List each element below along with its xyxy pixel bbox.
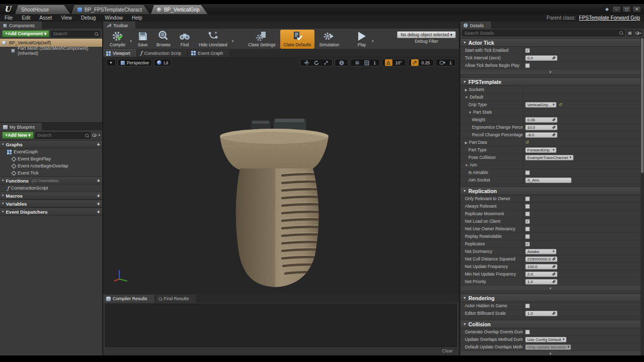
tab-bp-fpstemplatecharacter[interactable]: BP_FPSTemplateCharact bbox=[71, 5, 150, 14]
lit-button[interactable]: Lit bbox=[154, 59, 171, 66]
blueprint-item-constructionscript[interactable]: ƒConstructionScript bbox=[0, 185, 102, 192]
vertical-grip-3d-model[interactable] bbox=[209, 116, 340, 292]
spinner-icon[interactable] bbox=[552, 312, 555, 315]
checkbox[interactable]: ✓ bbox=[525, 48, 530, 53]
spinner-icon[interactable] bbox=[552, 118, 555, 121]
tab-viewport[interactable]: Viewport bbox=[103, 49, 136, 57]
spinner-icon[interactable] bbox=[552, 257, 555, 260]
blueprint-section-variables[interactable]: ▾Variables+ bbox=[0, 200, 102, 208]
grid-snap-icon[interactable] bbox=[353, 59, 361, 66]
number-field[interactable]: 1.0 bbox=[525, 311, 557, 316]
maximize-button[interactable]: ◻ bbox=[622, 6, 631, 13]
blueprint-item-eventgraph[interactable]: EventGraph bbox=[0, 148, 102, 155]
save-button[interactable]: Save bbox=[134, 30, 152, 49]
tab-construction-scrip[interactable]: ƒConstruction Scrip bbox=[137, 49, 187, 57]
toolbar-tab[interactable]: Toolbar bbox=[103, 22, 135, 29]
clear-button[interactable]: Clear bbox=[442, 348, 453, 353]
dropdown[interactable]: Use Config Default▾ bbox=[525, 337, 567, 342]
section-expander[interactable]: ▼ bbox=[460, 69, 640, 75]
reset-to-default-icon[interactable]: ↺ bbox=[558, 103, 562, 107]
surface-snap-icon[interactable] bbox=[338, 59, 345, 66]
add-component-button[interactable]: +Add Component ▾ bbox=[2, 30, 49, 37]
class-defaults-button[interactable]: Class Defaults bbox=[280, 30, 315, 49]
blueprint-item-event-actorbeginoverlap[interactable]: Event ActorBeginOverlap bbox=[0, 162, 102, 169]
close-button[interactable]: ✕ bbox=[632, 6, 641, 13]
blueprint-section-event-dispatchers[interactable]: ▾Event Dispatchers+ bbox=[0, 208, 102, 216]
checkbox[interactable] bbox=[525, 227, 530, 231]
checkbox[interactable] bbox=[525, 197, 530, 201]
group-arrow-icon[interactable]: ▼ bbox=[465, 163, 468, 167]
tab-find-results[interactable]: Find Results bbox=[155, 295, 196, 303]
menu-item-edit[interactable]: Edit bbox=[17, 14, 35, 22]
number-field[interactable]: 0.06 bbox=[525, 117, 557, 123]
blueprint-item-event-tick[interactable]: Event Tick bbox=[0, 169, 102, 176]
blueprint-section-graphs[interactable]: ▾Graphs+ bbox=[0, 140, 102, 148]
blueprint-section-functions[interactable]: ▾Functions(21 Overridable)+ bbox=[0, 176, 102, 185]
spinner-icon[interactable] bbox=[552, 265, 555, 268]
checkbox[interactable] bbox=[525, 63, 530, 68]
camera-speed-value[interactable]: 1 bbox=[448, 60, 453, 65]
spinner-icon[interactable] bbox=[552, 56, 555, 59]
scrollbar-thumb[interactable] bbox=[641, 38, 643, 173]
details-search[interactable] bbox=[462, 30, 625, 36]
details-tab[interactable]: i Details bbox=[460, 22, 491, 29]
spinner-icon[interactable] bbox=[552, 273, 555, 276]
checkbox[interactable]: ✓ bbox=[525, 242, 530, 246]
parent-class-link[interactable]: FPSTemplate Forward Grip bbox=[579, 15, 640, 21]
add-icon[interactable]: + bbox=[97, 141, 100, 147]
group-arrow-icon[interactable]: ▶ bbox=[465, 88, 467, 92]
number-field[interactable]: 10.0 bbox=[525, 125, 557, 130]
number-field[interactable]: 225000000.0 bbox=[525, 256, 557, 262]
compiler-results-content[interactable] bbox=[105, 304, 457, 347]
chevron-down-icon[interactable]: ▾ bbox=[130, 39, 132, 43]
chevron-down-icon[interactable]: ▾ bbox=[372, 39, 374, 43]
dropdown[interactable]: VerticalGrip▾ bbox=[525, 102, 556, 108]
spinner-icon[interactable] bbox=[552, 126, 555, 129]
number-field[interactable]: 2.0 bbox=[525, 272, 557, 277]
menu-item-window[interactable]: Window bbox=[100, 14, 127, 22]
camera-speed-icon[interactable] bbox=[439, 59, 446, 66]
reset-to-default-icon[interactable]: ↺ bbox=[525, 140, 529, 145]
my-blueprint-tab[interactable]: My Blueprint bbox=[0, 123, 42, 130]
section-header[interactable]: ▼Rendering bbox=[460, 294, 640, 302]
checkbox[interactable] bbox=[525, 330, 530, 334]
tab-event-graph[interactable]: Event Graph bbox=[188, 49, 229, 57]
viewport[interactable]: ▼ Perspective Lit bbox=[103, 57, 459, 294]
spinner-icon[interactable] bbox=[552, 133, 555, 136]
menu-item-asset[interactable]: Asset bbox=[35, 14, 56, 22]
browse-button[interactable]: Browse bbox=[153, 30, 174, 49]
my-blueprint-search-input[interactable] bbox=[37, 133, 84, 138]
class-settings-button[interactable]: Class Settings bbox=[245, 30, 279, 49]
scale-tool-icon[interactable] bbox=[322, 59, 330, 66]
simulation-button[interactable]: Simulation bbox=[315, 30, 343, 49]
menu-item-debug[interactable]: Debug bbox=[76, 14, 100, 22]
checkbox[interactable] bbox=[525, 304, 530, 308]
display-options-button[interactable]: ▾ bbox=[635, 30, 642, 36]
dropdown[interactable]: Only Update Movable▾ bbox=[525, 344, 571, 350]
rotate-tool-icon[interactable] bbox=[312, 59, 320, 66]
scale-snap-value[interactable]: 0.25 bbox=[421, 60, 431, 65]
section-header[interactable]: ▼Collision bbox=[460, 320, 640, 328]
blueprint-section-macros[interactable]: ▾Macros+ bbox=[0, 192, 102, 200]
group-arrow-icon[interactable]: ▼ bbox=[468, 111, 471, 114]
menu-item-file[interactable]: File bbox=[0, 14, 17, 22]
add-icon[interactable]: + bbox=[97, 177, 100, 184]
section-expander[interactable]: ▼ bbox=[460, 351, 640, 355]
checkbox[interactable] bbox=[525, 212, 530, 216]
component-row[interactable]: Part Mesh (StaticMeshComponent) (Inherit… bbox=[0, 47, 102, 55]
menu-item-view[interactable]: View bbox=[56, 14, 76, 22]
components-search-input[interactable] bbox=[53, 31, 93, 36]
checkbox[interactable] bbox=[525, 234, 530, 239]
group-arrow-icon[interactable]: ▶ bbox=[465, 141, 467, 144]
rotation-snap-icon[interactable] bbox=[385, 59, 392, 66]
details-scrollbar[interactable] bbox=[640, 37, 644, 355]
spinner-icon[interactable] bbox=[552, 280, 555, 283]
grid-size-icon[interactable] bbox=[363, 59, 370, 66]
text-field[interactable]: S_Aim bbox=[525, 177, 572, 183]
number-field[interactable]: 1.0 bbox=[525, 279, 557, 285]
checkbox[interactable] bbox=[525, 170, 530, 175]
viewport-options-button[interactable]: ▼ bbox=[106, 59, 116, 66]
menu-item-help[interactable]: Help bbox=[127, 14, 147, 22]
number-field[interactable]: 100.0 bbox=[525, 264, 557, 269]
checkbox[interactable] bbox=[525, 204, 530, 209]
